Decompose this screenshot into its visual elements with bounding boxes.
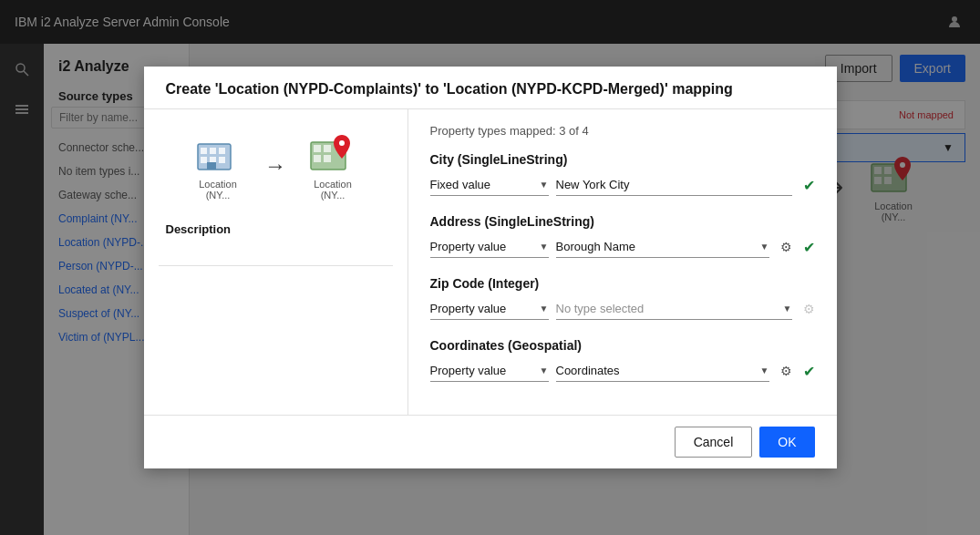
prop-section-zipcode: Zip Code (Integer) Property value ▼ No t… xyxy=(430,276,815,320)
svg-rect-18 xyxy=(219,157,225,163)
address-mapping-type-dropdown[interactable]: Property value ▼ xyxy=(430,236,549,258)
svg-rect-19 xyxy=(207,162,216,170)
city-mapping-type-dropdown[interactable]: Fixed value ▼ xyxy=(430,174,549,196)
zipcode-value-label: No type selected xyxy=(556,302,779,315)
ok-button[interactable]: OK xyxy=(759,427,814,458)
coordinates-value-dropdown[interactable]: Coordinates ▼ xyxy=(556,360,769,382)
prop-section-address: Address (SingleLineString) Property valu… xyxy=(430,214,815,258)
prop-row-coordinates: Property value ▼ Coordinates ▼ ⚙ ✔ xyxy=(430,360,815,382)
city-mapping-type-arrow: ▼ xyxy=(540,180,549,190)
dialog-arrow-icon: → xyxy=(264,153,286,179)
address-mapping-type-arrow: ▼ xyxy=(540,242,549,252)
city-value: New York City xyxy=(556,174,792,196)
props-summary: Property types mapped: 3 of 4 xyxy=(430,124,815,138)
zipcode-mapping-type-label: Property value xyxy=(430,302,536,315)
address-check-icon: ✔ xyxy=(803,239,815,256)
modal-overlay: Create 'Location (NYPD-Complaints)' to '… xyxy=(0,0,980,535)
coordinates-mapping-type-dropdown[interactable]: Property value ▼ xyxy=(430,360,549,382)
cancel-button[interactable]: Cancel xyxy=(675,427,753,458)
address-value-label: Borough Name xyxy=(556,240,757,253)
zipcode-value-dropdown[interactable]: No type selected ▼ xyxy=(556,298,792,320)
coordinates-mapping-type-label: Property value xyxy=(430,364,536,377)
address-mapping-type-label: Property value xyxy=(430,240,536,253)
svg-rect-14 xyxy=(210,148,216,154)
coordinates-check-icon: ✔ xyxy=(803,363,815,380)
svg-rect-22 xyxy=(324,145,331,152)
svg-rect-15 xyxy=(219,148,225,154)
svg-rect-13 xyxy=(201,148,207,154)
prop-title-zipcode: Zip Code (Integer) xyxy=(430,276,815,291)
dialog-source-panel: Location (NY... → xyxy=(144,109,408,415)
address-value-arrow: ▼ xyxy=(760,242,769,252)
city-check-icon: ✔ xyxy=(803,177,815,194)
zipcode-mapping-type-arrow: ▼ xyxy=(540,304,549,314)
description-divider xyxy=(159,265,393,266)
coordinates-mapping-type-arrow: ▼ xyxy=(540,365,549,376)
zipcode-filter-icon: ⚙ xyxy=(803,302,815,316)
address-filter-icon[interactable]: ⚙ xyxy=(780,240,792,254)
prop-section-coordinates: Coordinates (Geospatial) Property value … xyxy=(430,338,815,382)
source-label: Location (NY... xyxy=(186,179,250,201)
prop-title-city: City (SingleLineString) xyxy=(430,152,815,167)
zipcode-value-arrow: ▼ xyxy=(783,304,792,314)
coordinates-value-label: Coordinates xyxy=(556,364,757,377)
source-location-icon xyxy=(194,131,242,179)
svg-rect-21 xyxy=(314,145,321,152)
dialog-header: Create 'Location (NYPD-Complaints)' to '… xyxy=(144,67,837,109)
prop-section-city: City (SingleLineString) Fixed value ▼ Ne… xyxy=(430,152,815,196)
svg-point-25 xyxy=(339,140,345,146)
svg-rect-24 xyxy=(324,155,331,162)
prop-title-address: Address (SingleLineString) xyxy=(430,214,815,229)
svg-rect-17 xyxy=(210,157,216,163)
dialog-footer: Cancel OK xyxy=(144,415,837,468)
dialog-props-panel: Property types mapped: 3 of 4 City (Sing… xyxy=(408,109,837,415)
city-mapping-type-label: Fixed value xyxy=(430,178,536,191)
target-icon xyxy=(309,131,356,179)
address-value-dropdown[interactable]: Borough Name ▼ xyxy=(556,236,769,258)
prop-title-coordinates: Coordinates (Geospatial) xyxy=(430,338,815,353)
prop-row-address: Property value ▼ Borough Name ▼ ⚙ ✔ xyxy=(430,236,815,258)
zipcode-mapping-type-dropdown[interactable]: Property value ▼ xyxy=(430,298,549,320)
coordinates-value-arrow: ▼ xyxy=(760,365,769,376)
svg-rect-16 xyxy=(201,157,207,163)
svg-rect-23 xyxy=(314,155,321,162)
prop-row-zipcode: Property value ▼ No type selected ▼ ⚙ xyxy=(430,298,815,320)
target-label: Location (NY... xyxy=(301,179,365,201)
prop-row-city: Fixed value ▼ New York City ✔ xyxy=(430,174,815,196)
dialog: Create 'Location (NYPD-Complaints)' to '… xyxy=(144,67,837,468)
description-label: Description xyxy=(166,222,232,236)
source-icons-row: Location (NY... → xyxy=(186,131,365,201)
coordinates-filter-icon[interactable]: ⚙ xyxy=(780,364,792,378)
dialog-body: Location (NY... → xyxy=(144,109,837,415)
